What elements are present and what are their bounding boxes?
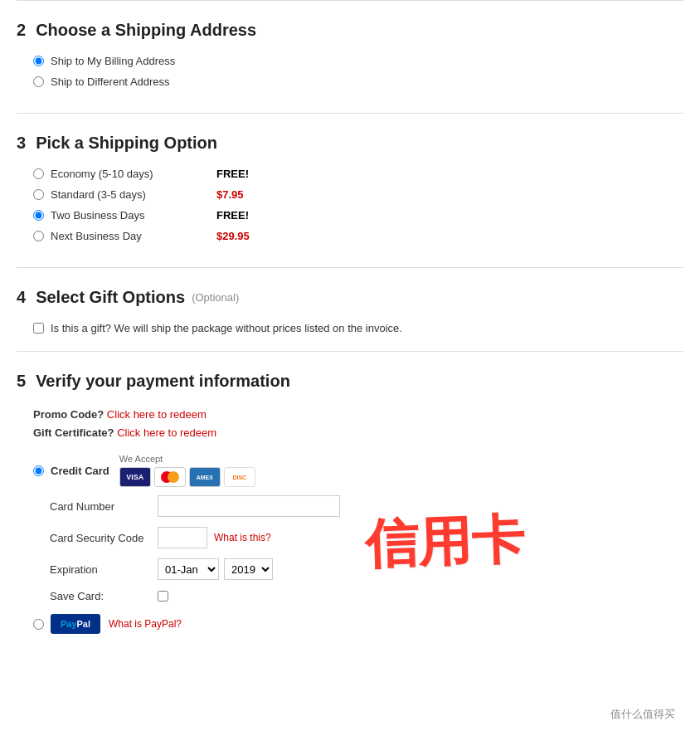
we-accept-text: We Accept — [119, 454, 163, 464]
ship-to-billing-radio[interactable] — [33, 56, 44, 66]
gift-checkbox-row[interactable]: Is this a gift? We will ship the package… — [33, 322, 683, 334]
gift-options-section: 4 Select Gift Options (Optional) Is this… — [17, 267, 683, 351]
card-number-row: Card Number — [50, 495, 683, 517]
paypal-radio[interactable] — [33, 619, 44, 630]
discover-icon: DISC — [224, 467, 255, 487]
next-business-radio[interactable] — [33, 231, 44, 241]
section-3-number: 3 — [17, 134, 26, 153]
economy-radio[interactable] — [33, 168, 44, 179]
section-2-number: 2 — [17, 21, 26, 40]
shipping-option-header: 3 Pick a Shipping Option — [17, 134, 683, 153]
save-card-checkbox[interactable] — [158, 591, 168, 602]
ship-to-billing-label: Ship to My Billing Address — [51, 55, 175, 67]
payment-header: 5 Verify your payment information — [17, 372, 683, 391]
expiration-label: Expiration — [50, 563, 158, 576]
csc-input[interactable] — [158, 527, 207, 548]
promo-row: Promo Code? Click here to redeem Gift Ce… — [33, 406, 683, 442]
two-business-label: Two Business Days — [51, 209, 216, 222]
promo-code-link[interactable]: Click here to redeem — [107, 408, 207, 421]
shipping-address-header: 2 Choose a Shipping Address — [17, 21, 683, 40]
amex-icon: AMEX — [189, 467, 221, 487]
standard-price: $7.95 — [216, 188, 244, 201]
two-business-price: FREE! — [216, 209, 249, 222]
ship-to-different-radio[interactable] — [33, 76, 44, 87]
next-business-option[interactable]: Next Business Day $29.95 — [33, 230, 683, 242]
csc-row: Card Security Code What is this? — [50, 527, 683, 548]
gift-options-header: 4 Select Gift Options (Optional) — [17, 288, 683, 307]
expiration-year-select[interactable]: 2019 2020 2021 2022 2023 2024 2025 — [224, 558, 273, 580]
credit-card-header[interactable]: Credit Card We Accept VISA AMEX DISC — [33, 454, 683, 487]
save-card-label: Save Card: — [50, 590, 158, 602]
credit-card-radio[interactable] — [33, 465, 44, 476]
expiration-row: Expiration 01-Jan 02-Feb 03-Mar 04-Apr 0… — [50, 558, 683, 580]
card-icons: VISA AMEX DISC — [119, 467, 255, 487]
what-is-this-link[interactable]: What is this? — [214, 532, 271, 543]
we-accept-container: We Accept VISA AMEX DISC — [119, 454, 255, 487]
card-number-label: Card Number — [50, 500, 158, 513]
shipping-option-title: Pick a Shipping Option — [36, 134, 217, 153]
next-business-label: Next Business Day — [51, 230, 216, 242]
gift-options-title: Select Gift Options — [36, 288, 185, 307]
gift-cert-link[interactable]: Click here to redeem — [117, 426, 216, 439]
promo-code-label: Promo Code? — [33, 408, 104, 421]
economy-option[interactable]: Economy (5-10 days) FREE! — [33, 168, 683, 180]
paypal-option[interactable]: PayPal What is PayPal? — [33, 614, 683, 634]
gift-cert-label: Gift Certificate? — [33, 426, 114, 439]
save-card-row: Save Card: — [50, 590, 683, 602]
credit-card-payment-option: Credit Card We Accept VISA AMEX DISC — [33, 454, 683, 602]
expiration-month-select[interactable]: 01-Jan 02-Feb 03-Mar 04-Apr 05-May 06-Ju… — [158, 558, 219, 580]
payment-section: 5 Verify your payment information Promo … — [17, 351, 683, 650]
standard-option[interactable]: Standard (3-5 days) $7.95 — [33, 188, 683, 201]
section-5-number: 5 — [17, 372, 26, 391]
ship-to-billing-option[interactable]: Ship to My Billing Address — [33, 55, 683, 67]
payment-title: Verify your payment information — [36, 372, 290, 391]
paypal-what-link[interactable]: What is PayPal? — [109, 618, 182, 630]
two-business-radio[interactable] — [33, 210, 44, 221]
ship-to-different-option[interactable]: Ship to Different Address — [33, 76, 683, 88]
mastercard-icon — [154, 467, 186, 487]
gift-options-optional: (Optional) — [192, 291, 239, 304]
ship-to-different-label: Ship to Different Address — [51, 76, 170, 88]
economy-label: Economy (5-10 days) — [51, 168, 216, 180]
shipping-address-options: Ship to My Billing Address Ship to Diffe… — [33, 55, 683, 88]
shipping-option-section: 3 Pick a Shipping Option Economy (5-10 d… — [17, 113, 683, 267]
economy-price: FREE! — [216, 168, 249, 180]
card-number-input[interactable] — [158, 495, 340, 517]
shipping-address-section: 2 Choose a Shipping Address Ship to My B… — [17, 0, 683, 113]
section-4-number: 4 — [17, 288, 26, 307]
gift-checkbox[interactable] — [33, 323, 44, 334]
shipping-option-list: Economy (5-10 days) FREE! Standard (3-5 … — [33, 168, 683, 242]
standard-radio[interactable] — [33, 189, 44, 200]
paypal-logo: PayPal — [51, 614, 100, 634]
shipping-address-title: Choose a Shipping Address — [36, 21, 256, 40]
two-business-option[interactable]: Two Business Days FREE! — [33, 209, 683, 222]
standard-label: Standard (3-5 days) — [51, 188, 216, 201]
credit-card-label: Credit Card — [51, 465, 109, 477]
next-business-price: $29.95 — [216, 230, 250, 242]
visa-icon: VISA — [119, 467, 151, 487]
csc-label: Card Security Code — [50, 532, 158, 544]
gift-label: Is this a gift? We will ship the package… — [51, 322, 402, 334]
